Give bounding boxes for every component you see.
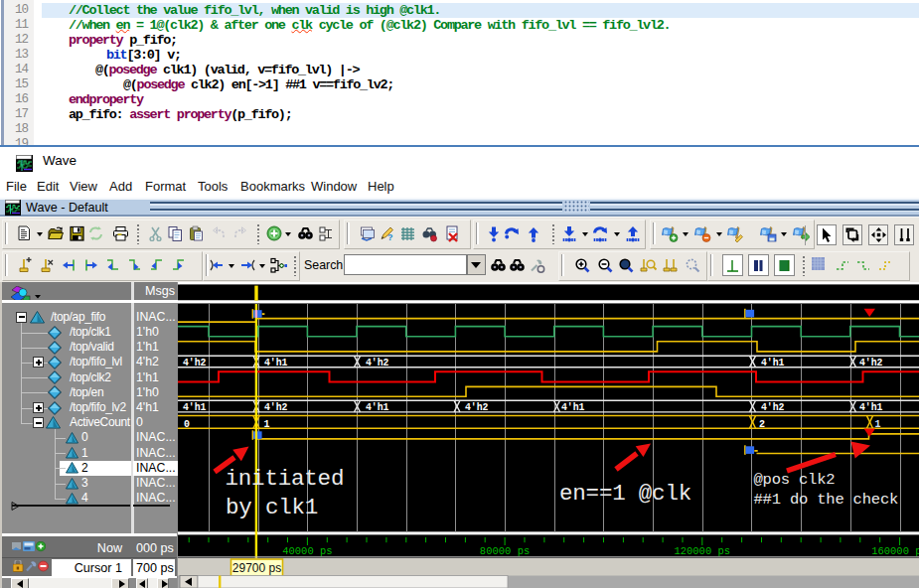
- svg-text:4'h2: 4'h2: [366, 356, 389, 368]
- svg-text:0: 0: [184, 417, 190, 430]
- svg-text:1: 1: [264, 417, 270, 430]
- svg-text:80000 ps: 80000 ps: [480, 545, 530, 557]
- svg-text:2: 2: [759, 417, 765, 430]
- svg-text:4'h1: 4'h1: [761, 356, 785, 368]
- svg-text:4'h2: 4'h2: [465, 400, 489, 413]
- svg-text:4'h2: 4'h2: [859, 356, 883, 368]
- svg-text:##1 do the check: ##1 do the check: [754, 491, 899, 509]
- svg-text:4'h1: 4'h1: [561, 400, 585, 413]
- svg-text:4'h1: 4'h1: [264, 356, 288, 368]
- svg-text:4'h1: 4'h1: [859, 400, 883, 413]
- svg-text:4'h1: 4'h1: [183, 400, 207, 413]
- svg-text:4'h2: 4'h2: [264, 400, 288, 413]
- svg-text:4'h2: 4'h2: [761, 400, 785, 413]
- svg-text:120000 ps: 120000 ps: [674, 545, 730, 557]
- svg-text:@pos clk2: @pos clk2: [754, 471, 836, 489]
- svg-text:40000 ps: 40000 ps: [282, 545, 332, 557]
- svg-text:160000 ps: 160000 ps: [871, 545, 919, 557]
- svg-text:by clk1: by clk1: [226, 495, 318, 520]
- svg-text:en==1 @clk: en==1 @clk: [559, 481, 691, 507]
- svg-text:initiated: initiated: [226, 466, 345, 492]
- svg-text:4'h1: 4'h1: [366, 400, 389, 413]
- svg-text:?: ?: [387, 232, 393, 242]
- svg-text:1: 1: [875, 417, 881, 430]
- svg-text:29700 ps: 29700 ps: [232, 561, 281, 575]
- svg-text:4'h2: 4'h2: [183, 356, 207, 368]
